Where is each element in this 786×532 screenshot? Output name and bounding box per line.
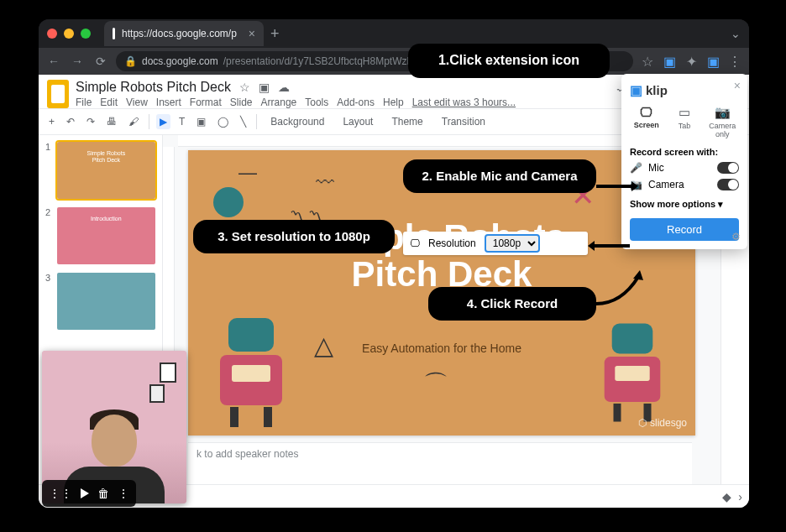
menu-edit[interactable]: Edit (100, 96, 118, 108)
thumb-number: 2 (45, 207, 54, 264)
thumbnail-3[interactable]: 3 (45, 273, 155, 330)
slide-credit: ⬡ slidesgo (638, 417, 687, 429)
show-more-options[interactable]: Show more options ▾ (630, 199, 739, 210)
favicon-icon (113, 28, 115, 39)
svg-marker-1 (631, 181, 638, 191)
arrow-to-record (596, 270, 647, 316)
drag-handle-icon[interactable]: ⋮⋮ (49, 487, 72, 500)
next-slide-icon[interactable]: › (738, 490, 742, 503)
thumbnail-2[interactable]: 2 Introduction (45, 207, 155, 264)
paint-format-button[interactable]: 🖌 (125, 114, 142, 129)
slidesgo-icon: ⬡ (638, 417, 647, 429)
mode-tab[interactable]: ▭Tab (668, 105, 700, 138)
brand-name: klip (646, 83, 668, 97)
menu-slide[interactable]: Slide (230, 96, 253, 108)
klip-extension-icon[interactable]: ▣ (662, 54, 677, 69)
thumbnail-1[interactable]: 1 Simple Robots Pitch Deck (45, 142, 155, 199)
tab-title: https://docs.google.com/p (122, 28, 237, 39)
menu-help[interactable]: Help (383, 96, 404, 108)
camera-extension-icon[interactable]: ▣ (705, 54, 720, 69)
thumb-title: Simple Robots Pitch Deck (81, 150, 131, 164)
mode-camera[interactable]: 📷Camera only (706, 105, 739, 138)
record-button[interactable]: Record (630, 218, 739, 241)
last-edit-link[interactable]: Last edit was 3 hours... (412, 96, 516, 108)
play-icon[interactable] (81, 488, 89, 498)
menu-tools[interactable]: Tools (305, 96, 328, 108)
doodle-circle-icon (213, 187, 244, 217)
thumb-title: Introduction (91, 216, 122, 222)
menu-addons[interactable]: Add-ons (337, 96, 375, 108)
arrow-to-toggles (596, 178, 638, 198)
camera-toggle[interactable] (717, 179, 739, 190)
more-icon[interactable]: ⋮ (118, 487, 129, 500)
new-tab-button[interactable]: + (270, 25, 280, 43)
tab-close-icon[interactable]: × (249, 27, 255, 40)
move-icon[interactable]: ▣ (259, 81, 270, 94)
star-icon[interactable]: ☆ (239, 81, 250, 94)
menu-format[interactable]: Format (190, 96, 222, 108)
resolution-select[interactable]: 1080p (485, 234, 540, 253)
separator (149, 114, 149, 129)
forward-icon[interactable]: → (69, 53, 86, 70)
redo-button[interactable]: ↷ (83, 114, 98, 129)
show-more-label: Show more options (630, 199, 715, 209)
mic-icon: 🎤 (630, 162, 642, 174)
screen-icon: 🖵 (630, 105, 663, 119)
menu-view[interactable]: View (126, 96, 148, 108)
extension-icon-1[interactable]: ☆ (640, 54, 655, 69)
mode-screen[interactable]: 🖵Screen (630, 105, 663, 138)
menu-insert[interactable]: Insert (156, 96, 181, 108)
mic-toggle[interactable] (717, 162, 739, 174)
reload-icon[interactable]: ⟳ (92, 53, 109, 70)
address-bar: ← → ⟳ 🔒 docs.google.com/presentation/d/1… (39, 48, 749, 75)
extensions-puzzle-icon[interactable]: ✦ (684, 54, 699, 69)
slides-logo-icon[interactable] (47, 80, 69, 108)
new-slide-button[interactable]: + (45, 114, 58, 129)
shape-tool[interactable]: ◯ (214, 114, 232, 129)
layout-button[interactable]: Layout (336, 114, 380, 129)
explore-button-icon[interactable]: ◆ (722, 490, 731, 503)
cloud-status-icon[interactable]: ☁ (278, 81, 290, 94)
doodle-squiggle-icon: 〰 (316, 172, 334, 194)
browser-menu-icon[interactable]: ⋮ (727, 54, 742, 69)
delete-icon[interactable]: 🗑 (97, 487, 109, 500)
textbox-tool[interactable]: T (176, 114, 188, 129)
document-title[interactable]: Simple Robots Pitch Deck (76, 80, 231, 95)
image-tool[interactable]: ▣ (193, 114, 209, 129)
traffic-lights (47, 29, 91, 39)
record-modes: 🖵Screen ▭Tab 📷Camera only (630, 105, 739, 138)
theme-button[interactable]: Theme (385, 114, 429, 129)
mode-camera-label: Camera only (709, 122, 736, 138)
select-tool[interactable]: ▶ (156, 114, 170, 129)
camera-row: 📷 Camera (630, 179, 739, 190)
svg-marker-3 (588, 241, 595, 251)
klip-logo-icon: ▣ (630, 82, 642, 98)
brand: ▣ klip (630, 82, 739, 98)
thumb-number: 3 (45, 273, 54, 330)
undo-button[interactable]: ↶ (63, 114, 78, 129)
tabs-menu-icon[interactable]: ⌄ (731, 27, 741, 40)
robot-left-icon (205, 318, 297, 427)
menu-file[interactable]: File (76, 96, 92, 108)
print-button[interactable]: 🖶 (103, 114, 120, 129)
record-with-label: Record screen with: (630, 147, 739, 157)
popup-close-icon[interactable]: × (734, 79, 741, 92)
thumb-number: 1 (45, 142, 54, 199)
close-window-icon[interactable] (47, 29, 57, 39)
menu-arrange[interactable]: Arrange (261, 96, 297, 108)
back-icon[interactable]: ← (45, 53, 62, 70)
minimize-window-icon[interactable] (64, 29, 74, 39)
background-button[interactable]: Background (264, 114, 331, 129)
mode-screen-label: Screen (634, 121, 659, 129)
maximize-window-icon[interactable] (81, 29, 91, 39)
doodle-dash-icon: — (238, 162, 257, 184)
camera-label: Camera (648, 179, 684, 190)
transition-button[interactable]: Transition (435, 114, 492, 129)
line-tool[interactable]: ╲ (237, 114, 249, 129)
camera-controls: ⋮⋮ 🗑 ⋮ (42, 480, 136, 507)
arrow-to-resolution (588, 237, 630, 258)
speaker-notes[interactable]: k to add speaker notes (188, 442, 692, 484)
browser-tab[interactable]: https://docs.google.com/p × (104, 21, 264, 46)
settings-gear-icon[interactable]: ⚙ (731, 231, 741, 243)
callout-4: 4. Click Record (428, 287, 596, 321)
